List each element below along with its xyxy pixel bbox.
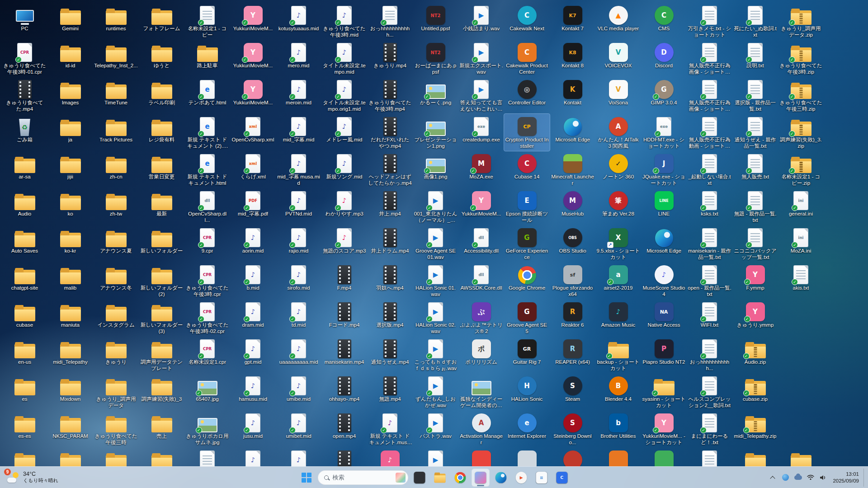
desktop-icon[interactable]: midi_Telepathy (47, 336, 93, 373)
desktop-icon[interactable]: インスタグラム (93, 299, 139, 336)
desktop-icon[interactable]: ar-sa (2, 151, 47, 188)
desktop-icon[interactable]: CPR✓きゅうり食べてた午後3時-02.cpr (184, 299, 230, 336)
desktop-icon[interactable]: ♪✓無題のスコア.mp3 (321, 225, 367, 262)
desktop-icon[interactable] (47, 447, 93, 466)
desktop-icon[interactable]: CPR✓名称未設定1.cpr (184, 336, 230, 373)
desktop-icon[interactable]: 通知うぜえ.mp4 (367, 336, 413, 373)
desktop-icon[interactable]: 調声練習(失敗)_3 (139, 373, 184, 410)
desktop-icon[interactable]: dll✓Accessibility.dll (458, 225, 504, 262)
desktop-icon[interactable]: 無題.mp4 (367, 373, 413, 410)
desktop-icon[interactable]: ♪✓新規ソング.mid (321, 151, 367, 188)
desktop-icon[interactable]: AActivation Manager (458, 410, 504, 447)
desktop-icon[interactable]: runtimes (93, 3, 139, 40)
desktop-icon[interactable]: CCakewalk Product Center (504, 40, 550, 77)
desktop-icon[interactable]: Minecraft Launcher (550, 151, 595, 188)
desktop-icon[interactable]: ohhayo-.mp4 (321, 373, 367, 410)
desktop-icon[interactable]: X↗9.5.xlsx - ショートカット (595, 225, 641, 262)
desktop-icon[interactable]: ▶ (413, 447, 458, 466)
desktop-icon[interactable] (641, 447, 687, 466)
desktop-icon[interactable]: ja (47, 114, 93, 151)
desktop-icon[interactable]: LINELINE (641, 188, 687, 225)
desktop-icon[interactable]: ✓無人販売不正行為画像 - ショートカット (687, 77, 732, 114)
desktop-icon[interactable]: ▶✓Groove Agent SE 01.wav (413, 225, 458, 262)
desktop-icon[interactable]: SSteinberg Downlo... (550, 410, 595, 447)
desktop-icon[interactable]: ▶✓001_東北きりたん（ノーマル）_今じゃ... (413, 188, 458, 225)
pinned-media-player[interactable]: ▶ (512, 469, 530, 487)
desktop-icon[interactable]: ✓無人販売不正行為動画 - ショートカット (687, 114, 732, 151)
desktop-icon[interactable]: 営業日変更 (139, 151, 184, 188)
desktop-icon[interactable]: manisekarin.mp4 (321, 336, 367, 373)
show-desktop-strip[interactable] (863, 469, 865, 487)
desktop-icon[interactable]: 新しいフォルダー (139, 225, 184, 262)
desktop-icon[interactable]: ♪✓PVTNd.mid (276, 188, 321, 225)
desktop-icon[interactable] (687, 447, 732, 466)
desktop-icon[interactable]: RReaktor 6 (550, 299, 595, 336)
desktop-icon[interactable]: Google Chrome (504, 262, 550, 299)
desktop-icon[interactable]: NT2Untitled.ppsf (413, 3, 458, 40)
desktop-icon[interactable]: Aかんたん！AITalk 3 関西風 (595, 114, 641, 151)
desktop-icon[interactable]: ✓きゅうり食べてた午後三時.zip (778, 77, 824, 114)
desktop-icon[interactable]: KKontakt (550, 77, 595, 114)
desktop-icon[interactable]: PDF✓mid_字幕.pdf (230, 188, 276, 225)
desktop-icon[interactable]: ▶✓小銭詰まり.wav (458, 3, 504, 40)
desktop-icon[interactable]: ヘッドフォンはずしてたらかっ.mp4 (367, 151, 413, 188)
desktop-icon[interactable] (93, 447, 139, 466)
desktop-icon[interactable]: BBlender 4.4 (595, 373, 641, 410)
desktop-icon[interactable]: ♪✓新規 テキスト ドキュメント.musicxml (367, 410, 413, 447)
desktop-icon[interactable]: CPR✓きゅうり食べてた午後3時.cpr (184, 262, 230, 299)
desktop-icon[interactable]: TimeTune (93, 77, 139, 114)
desktop-icon[interactable]: ko-kr (47, 225, 93, 262)
desktop-icon[interactable]: ▶✓答え知ってても言えないわこれい.wav (458, 77, 504, 114)
pinned-file-explorer[interactable] (431, 469, 449, 487)
desktop-icon[interactable]: CCakewalk Next (504, 3, 550, 40)
desktop-icon[interactable] (184, 447, 230, 466)
desktop-icon[interactable]: Y✓F.ymmp (732, 262, 778, 299)
desktop-icon[interactable]: ✓無人販売.txt (732, 151, 778, 188)
desktop-icon[interactable]: ♪Amazon Music (595, 299, 641, 336)
desktop-icon[interactable]: ✓おっhhhhhhhhhhh... (367, 3, 413, 40)
desktop-icon[interactable]: Y✓YukkuriMovieM... (458, 188, 504, 225)
search-input[interactable]: 検索 (318, 470, 408, 485)
desktop-icon[interactable] (550, 447, 595, 466)
desktop-icon[interactable]: 選択版.mp4 (367, 299, 413, 336)
desktop-icon[interactable]: ✓backup - ショートカット (595, 336, 641, 373)
desktop-icon[interactable]: ✓manisekarin - 親作品一覧.txt (687, 225, 732, 262)
desktop-icon[interactable]: ko (47, 188, 93, 225)
desktop-icon[interactable]: ♪ (367, 447, 413, 466)
tray-cloud-icon[interactable] (792, 469, 804, 487)
desktop-icon[interactable]: zh-tw (93, 188, 139, 225)
desktop-icon[interactable]: M✓MoZA.exe (458, 151, 504, 188)
desktop-icon[interactable]: きゅうり食べてた午後3時.mp4 (367, 77, 413, 114)
desktop-icon[interactable]: CCMS (641, 3, 687, 40)
desktop-icon[interactable]: 売上 (139, 410, 184, 447)
desktop-icon[interactable]: Gemini (47, 3, 93, 40)
desktop-icon[interactable]: NANative Access (641, 299, 687, 336)
desktop-icon[interactable]: GGroove Agent SE 5 (504, 299, 550, 336)
desktop-icon[interactable]: e✓新規 テキスト ドキュメント (2).html (184, 114, 230, 151)
desktop-icon[interactable]: Telepathy_Inst_2... (93, 40, 139, 77)
desktop-icon[interactable]: sfPlogue sforzando x64 (550, 262, 595, 299)
pinned-photos-pink-app[interactable] (472, 469, 490, 487)
desktop-icon[interactable] (732, 447, 778, 466)
desktop-icon[interactable] (595, 447, 641, 466)
desktop-icon[interactable]: 井上.mp4 (367, 188, 413, 225)
desktop-icon[interactable]: ini✓MoZA.ini (778, 225, 824, 262)
desktop-icon[interactable]: ♪✓sirofo.mid (276, 262, 321, 299)
desktop-icon[interactable]: ♪✓jusu.mid (230, 410, 276, 447)
desktop-icon[interactable]: ✓無題 - 親作品一覧.txt (732, 188, 778, 225)
desktop-icon[interactable]: レジ袋有料 (139, 114, 184, 151)
desktop-icon[interactable]: Y✓YukkuriMovieM... (230, 40, 276, 77)
desktop-icon[interactable]: 筆筆まめ Ver.28 (595, 188, 641, 225)
desktop-icon[interactable]: ▶✓ずんだもん_しおかぜ.wav (413, 373, 458, 410)
desktop-icon[interactable]: Y✓きゅうり.ymmp (732, 299, 778, 336)
desktop-icon[interactable]: Y✓YukkuriMovieM... (230, 3, 276, 40)
desktop-icon[interactable]: ✓ノートン 360 (595, 151, 641, 188)
desktop-icon[interactable]: だれだFXいれたやつ.mp4 (367, 114, 413, 151)
clock[interactable]: 13:01 2025/09/09 (830, 469, 863, 487)
desktop-icon[interactable]: きゅうり_調声用データ (93, 373, 139, 410)
desktop-icon[interactable] (321, 447, 367, 466)
desktop-icon[interactable] (458, 447, 504, 466)
desktop-icon[interactable]: jijii (47, 151, 93, 188)
desktop-icon[interactable]: ♪✓umibet.mid (276, 410, 321, 447)
desktop-icon[interactable]: en-us (2, 336, 47, 373)
